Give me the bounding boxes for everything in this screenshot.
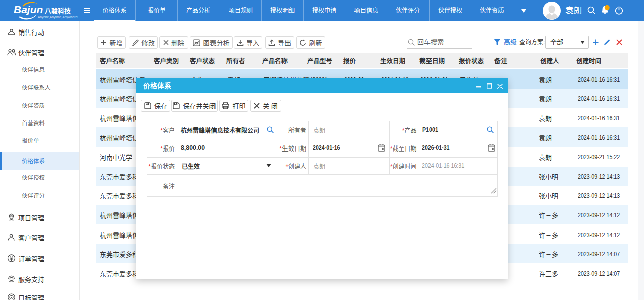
svg-text:Anyone,Anytime,Anywhere!: Anyone,Anytime,Anywhere! [38,15,78,19]
svg-text:八骏科技: 八骏科技 [44,7,71,15]
svg-text:Bajun: Bajun [14,4,43,15]
